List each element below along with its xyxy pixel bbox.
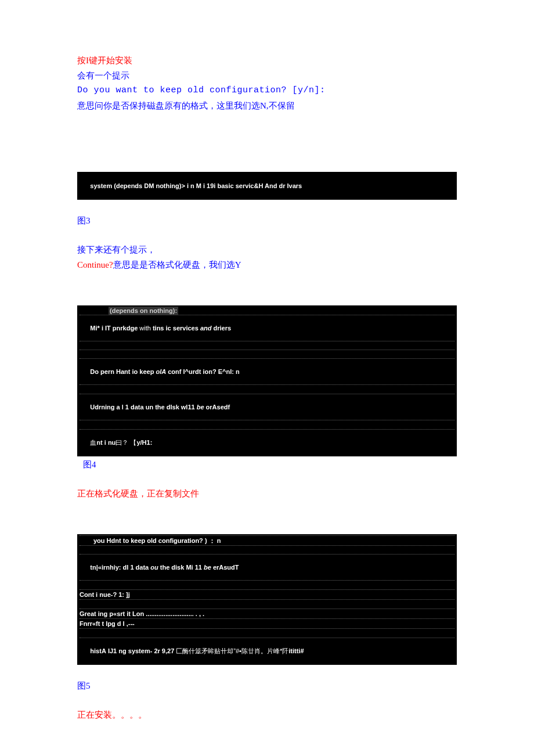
text-line: Do you want to keep old configuration? [… — [77, 84, 457, 98]
spacer — [77, 114, 457, 172]
spacer — [77, 200, 457, 214]
spacer — [77, 665, 457, 679]
text-line: 按I键开始安装 — [77, 53, 457, 67]
text-line: 正在安装。。。。 — [77, 708, 457, 722]
spacer — [77, 694, 457, 708]
spacer — [77, 229, 457, 243]
spacer — [77, 273, 457, 305]
text-line: 会有一个提示 — [77, 69, 457, 82]
text-line: Continue?意思是是否格式化硬盘，我们选Y — [77, 258, 457, 272]
document-page: 按I键开始安装 会有一个提示 Do you want to keep old c… — [0, 0, 534, 756]
figure-caption: 图5 — [77, 679, 457, 693]
text-line: 意思问你是否保持磁盘原有的格式，这里我们选N,不保留 — [77, 99, 457, 113]
spacer — [77, 502, 457, 534]
text-line: 接下来还有个提示， — [77, 243, 457, 257]
figure-caption: 图4 — [83, 458, 457, 471]
spacer — [77, 473, 457, 487]
terminal-screenshot-3: system (depends DM nothing)> i n M i 19i… — [77, 172, 457, 200]
terminal-screenshot-4: (depends on nothing): Mi* i IT pnrkdge w… — [77, 305, 457, 456]
text-line: 正在格式化硬盘，正在复制文件 — [77, 487, 457, 501]
terminal-screenshot-5: you Hdnt to keep old configuration? ) ： … — [77, 534, 457, 665]
